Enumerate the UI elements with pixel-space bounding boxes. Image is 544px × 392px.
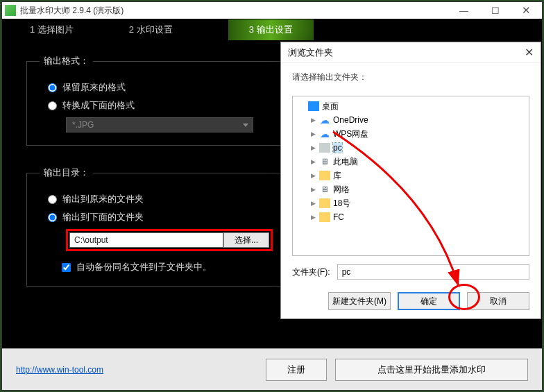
below-dir-radio[interactable]: [48, 213, 57, 222]
tree-item-label: FC: [333, 212, 344, 222]
folder-label: 文件夹(F):: [292, 266, 330, 278]
pc-icon: [319, 143, 330, 153]
dir-legend: 输出目录：: [40, 167, 93, 179]
tree-item[interactable]: ▶库: [294, 169, 527, 182]
tree-item-label: 库: [333, 170, 341, 182]
ok-button[interactable]: 确定: [398, 292, 460, 310]
expander-icon[interactable]: ▶: [311, 144, 318, 151]
cloud-icon: ☁: [319, 115, 330, 125]
tree-item-label: OneDrive: [333, 115, 368, 125]
output-path-input[interactable]: [69, 232, 223, 248]
expander-icon[interactable]: ▶: [311, 117, 318, 123]
website-link[interactable]: http://www.win-tool.com: [16, 365, 257, 375]
tree-item-label: 网络: [333, 184, 350, 196]
window-title: 批量水印大师 2.9.4 (演示版): [20, 5, 448, 17]
format-dropdown[interactable]: *.JPG: [66, 117, 253, 133]
tree-item-label: 此电脑: [333, 156, 358, 168]
titlebar: 批量水印大师 2.9.4 (演示版) — ☐ ✕: [2, 2, 542, 19]
format-legend: 输出格式：: [40, 55, 93, 67]
folder-name-input[interactable]: [337, 264, 529, 280]
step-2[interactable]: 2 水印设置: [129, 24, 173, 36]
expander-icon[interactable]: ▶: [311, 186, 318, 193]
dialog-actions: 新建文件夹(M) 确定 取消: [292, 292, 529, 310]
new-folder-button[interactable]: 新建文件夹(M): [328, 292, 391, 310]
folder-icon: [319, 212, 330, 222]
tree-item-label: WPS网盘: [333, 128, 368, 140]
expander-icon[interactable]: ▶: [311, 200, 318, 207]
folder-tree[interactable]: 桌面 ▶☁OneDrive▶☁WPS网盘▶pc▶🖥此电脑▶库▶🖥网络▶18号▶F…: [292, 96, 529, 256]
dialog-title: 浏览文件夹: [288, 46, 525, 59]
expander-icon[interactable]: ▶: [311, 214, 318, 221]
tree-root[interactable]: 桌面: [294, 99, 527, 113]
tree-item[interactable]: ▶18号: [294, 196, 527, 210]
cancel-button[interactable]: 取消: [467, 292, 529, 310]
backup-checkbox[interactable]: [62, 263, 71, 272]
step-1[interactable]: 1 选择图片: [30, 24, 74, 36]
tree-item-label: 18号: [333, 198, 350, 210]
close-button[interactable]: ✕: [511, 2, 542, 19]
browse-button[interactable]: 选择...: [223, 232, 269, 248]
maximize-button[interactable]: ☐: [479, 2, 511, 19]
computer-icon: 🖥: [319, 157, 330, 167]
original-dir-radio[interactable]: [48, 195, 57, 204]
tree-item-label: pc: [333, 143, 342, 153]
register-button[interactable]: 注册: [266, 359, 327, 381]
cloud-icon: ☁: [319, 129, 330, 139]
folder-name-row: 文件夹(F):: [292, 264, 529, 280]
tree-item[interactable]: ▶FC: [294, 210, 527, 224]
desktop-icon: [308, 101, 319, 111]
expander-icon[interactable]: ▶: [311, 130, 318, 137]
tree-item[interactable]: ▶☁WPS网盘: [294, 127, 527, 141]
dialog-close-icon[interactable]: ✕: [525, 46, 534, 59]
keep-format-radio[interactable]: [48, 83, 57, 92]
browse-folder-dialog: 浏览文件夹 ✕ 请选择输出文件夹： 桌面 ▶☁OneDrive▶☁WPS网盘▶p…: [280, 42, 541, 319]
app-icon: [5, 5, 16, 16]
folder-icon: [319, 198, 330, 208]
browse-highlight: 选择...: [66, 229, 273, 251]
convert-format-radio[interactable]: [48, 101, 57, 110]
expander-icon[interactable]: ▶: [311, 172, 318, 179]
start-button[interactable]: 点击这里开始批量添加水印: [335, 359, 528, 381]
computer-icon: 🖥: [319, 185, 330, 194]
tree-item[interactable]: ▶🖥网络: [294, 182, 527, 196]
minimize-button[interactable]: —: [448, 2, 479, 19]
footer: http://www.win-tool.com 注册 点击这里开始批量添加水印: [2, 348, 542, 390]
tree-item[interactable]: ▶☁OneDrive: [294, 113, 527, 127]
step-nav: 1 选择图片 2 水印设置 3 输出设置: [2, 19, 542, 41]
expander-icon[interactable]: ▶: [311, 158, 318, 165]
step-3[interactable]: 3 输出设置: [228, 19, 314, 40]
tree-item[interactable]: ▶🖥此电脑: [294, 155, 527, 169]
dialog-titlebar: 浏览文件夹 ✕: [281, 42, 541, 63]
tree-item[interactable]: ▶pc: [294, 141, 527, 155]
folder-icon: [319, 171, 330, 180]
dialog-prompt: 请选择输出文件夹：: [292, 71, 529, 83]
dialog-body: 请选择输出文件夹： 桌面 ▶☁OneDrive▶☁WPS网盘▶pc▶🖥此电脑▶库…: [281, 63, 541, 318]
